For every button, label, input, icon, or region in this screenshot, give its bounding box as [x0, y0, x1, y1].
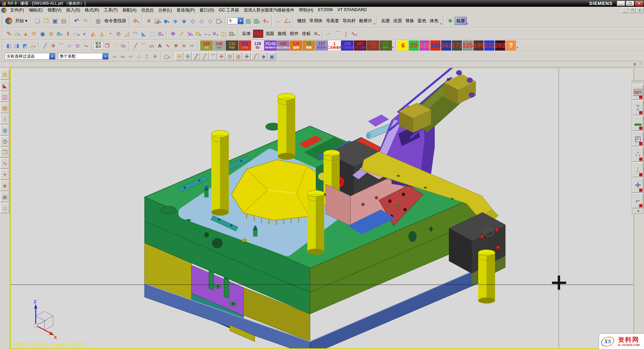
material-140-45[interactable]: 14045#: [213, 40, 225, 51]
redo-icon[interactable]: ↷: [81, 17, 90, 25]
display-tool-button[interactable]: 还原: [392, 17, 404, 25]
revolve-icon[interactable]: ⟳: [30, 30, 38, 38]
datum-plane-icon[interactable]: ▱: [13, 30, 22, 38]
layer-211-button[interactable]: 211: [484, 40, 494, 51]
view-triad[interactable]: Z X: [34, 299, 57, 340]
part-bracket-button[interactable]: ◰: [633, 131, 643, 146]
shaded-edges-icon[interactable]: ◆: [162, 17, 171, 25]
pull-face-icon[interactable]: ⇗: [177, 30, 186, 38]
standard-part-button[interactable]: 耐磨片: [357, 17, 374, 25]
minimize-button[interactable]: _: [617, 1, 625, 6]
arc-icon[interactable]: ⌒: [57, 41, 65, 50]
graphics-window[interactable]: Z X FRONT WORK: Camera FRONT: [10, 67, 634, 349]
dropdown-arrow[interactable]: [233, 32, 235, 38]
snap-point-icon[interactable]: ✜: [175, 52, 183, 60]
part-navigator-tab[interactable]: ◫: [0, 92, 9, 102]
start-menu-button[interactable]: 开始 ▾: [13, 17, 29, 25]
ellipse-icon[interactable]: ⊙: [73, 41, 82, 50]
mid-point-icon[interactable]: ╱: [201, 52, 209, 60]
intersection-point-icon[interactable]: ✛: [217, 52, 225, 60]
menu-item[interactable]: 分析(L): [156, 7, 174, 14]
n-sided-surface-icon[interactable]: ◬: [29, 41, 37, 50]
part-elbow-button[interactable]: ⌐: [633, 193, 643, 208]
dropdown-arrow[interactable]: [162, 32, 164, 38]
mold-layer-button[interactable]: 模具图层: [94, 41, 103, 50]
thicken-icon[interactable]: ≣: [156, 30, 165, 38]
menu-item[interactable]: ET2008: [315, 7, 335, 14]
quadrant-point-icon[interactable]: ◎: [234, 52, 242, 60]
dropdown-arrow[interactable]: [373, 21, 375, 27]
part-family-icon[interactable]: ❖: [446, 17, 455, 25]
point-on-face-icon[interactable]: ◆: [259, 52, 268, 60]
dropdown-arrow[interactable]: [78, 32, 80, 38]
spinner-arrow-icon[interactable]: [238, 18, 243, 24]
wireframe-icon[interactable]: ◇: [197, 17, 206, 25]
dropdown-arrow[interactable]: [267, 19, 269, 25]
dropdown-arrow[interactable]: [440, 21, 442, 27]
layer-6-button[interactable]: 6: [398, 40, 408, 51]
material-127[interactable]: 127标准件: [315, 40, 328, 51]
wcs-dynamics-icon[interactable]: ✛: [261, 17, 270, 25]
save-icon[interactable]: ▣: [51, 17, 59, 25]
resize-blend-icon[interactable]: ⇔: [203, 30, 211, 38]
studio-spline-icon[interactable]: ∿: [164, 41, 172, 50]
orient-view-icon[interactable]: ✥: [132, 17, 141, 25]
display-tool-button[interactable]: 实透: [379, 17, 392, 25]
dropdown-arrow[interactable]: [288, 19, 290, 25]
material-7crsi[interactable]: 7CrSiMnMoV: [264, 40, 277, 51]
part-shaft-button[interactable]: ✛: [633, 178, 643, 193]
dropdown-arrow[interactable]: [123, 54, 125, 60]
roles-tab[interactable]: ☻: [0, 181, 9, 191]
display-mode-icon[interactable]: ◪: [153, 17, 162, 25]
offset-region-icon[interactable]: ⇲: [186, 30, 194, 38]
menu-item[interactable]: VT STANDARD: [335, 7, 369, 14]
reuse-key-button[interactable]: KEY: [633, 85, 643, 100]
block-icon[interactable]: ▭: [72, 30, 81, 38]
dropdown-arrow[interactable]: [137, 19, 140, 25]
rectangle-icon[interactable]: ▭: [148, 41, 156, 50]
work-layer-spinner[interactable]: 5: [227, 18, 244, 24]
dropdown-arrow[interactable]: [167, 19, 170, 25]
copy-geometry-icon[interactable]: ⧉: [119, 41, 127, 50]
bridge-curve-icon[interactable]: ⌒: [333, 30, 342, 38]
layer-29-button[interactable]: 29: [409, 40, 419, 51]
layer-186-button[interactable]: 186: [430, 40, 440, 51]
dropdown-arrow[interactable]: [221, 19, 223, 25]
guide-pillar[interactable]: [211, 130, 229, 216]
lift-icon[interactable]: ↥: [143, 52, 151, 60]
standard-part-button[interactable]: 常用块: [308, 17, 324, 25]
menu-item[interactable]: 首选项(P): [174, 7, 197, 14]
split-body-icon[interactable]: ⊘: [114, 30, 123, 38]
profile-icon[interactable]: ╱: [131, 41, 140, 50]
menu-item[interactable]: 装配(A): [120, 7, 139, 14]
display-tool-button[interactable]: 体色: [428, 17, 440, 25]
layer-category-icon[interactable]: ▥: [252, 17, 261, 25]
collapse-arrow-icon[interactable]: ◂: [633, 209, 643, 213]
float-window-icon[interactable]: ❐: [638, 62, 643, 67]
project-curve-icon[interactable]: ∫: [342, 30, 350, 38]
material-1[interactable]: 1二次标准件: [328, 40, 341, 51]
arc-center-icon[interactable]: ⊙: [226, 52, 234, 60]
part-pin-button[interactable]: ⊥: [633, 162, 643, 177]
text-icon[interactable]: A: [156, 41, 164, 50]
standard-part-button[interactable]: 螺丝: [296, 17, 308, 25]
dropdown-arrow[interactable]: [124, 43, 126, 50]
layer-195-button[interactable]: 195: [473, 40, 484, 51]
dropdown-arrow[interactable]: [356, 32, 358, 38]
end-point-icon[interactable]: ╱: [192, 52, 200, 60]
undo-icon[interactable]: ↶: [72, 17, 81, 25]
mdi-minimize-button[interactable]: _: [621, 7, 628, 13]
menu-item[interactable]: 视图(V): [45, 7, 64, 14]
measure-angle-icon[interactable]: ∠: [283, 17, 292, 25]
grab-icon[interactable]: ✥: [151, 52, 159, 60]
reuse-library-tab[interactable]: ▤: [0, 103, 9, 113]
measure-distance-icon[interactable]: ↔: [274, 17, 283, 25]
guide-pillar[interactable]: [478, 250, 495, 304]
mold-assembly-3d-view[interactable]: Z X FRONT WORK: Camera FRONT: [11, 68, 633, 348]
history-tab[interactable]: ◷: [0, 136, 9, 147]
extract-curve-icon[interactable]: ⌐: [325, 30, 333, 38]
layer-195-badge[interactable]: 195: [253, 30, 263, 38]
dropdown-arrow[interactable]: [61, 32, 63, 38]
display-tool-button[interactable]: 替换: [404, 17, 416, 25]
part-screw-button[interactable]: ⌶: [633, 100, 643, 115]
